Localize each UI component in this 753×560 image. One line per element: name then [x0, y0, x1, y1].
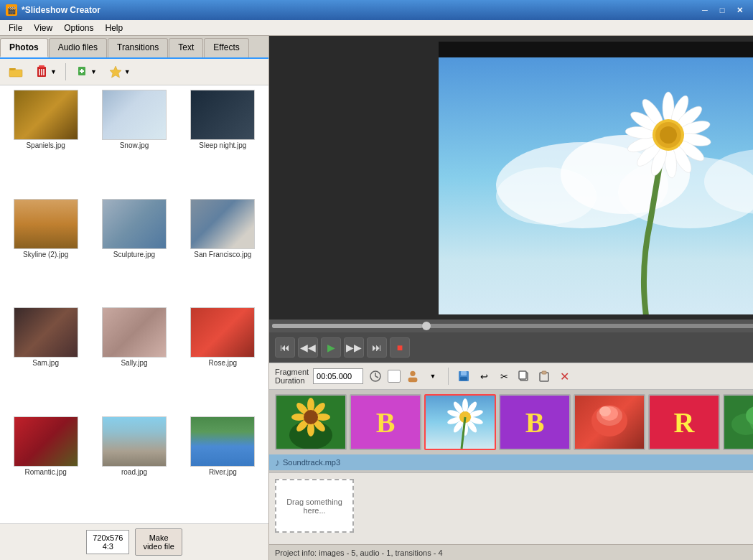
add-icon [75, 65, 89, 79]
maximize-button[interactable]: □ [714, 3, 730, 17]
list-item[interactable]: Sam.jpg [3, 306, 88, 412]
photo-thumb-road [102, 416, 167, 467]
svg-point-59 [462, 398, 468, 413]
add-dropdown[interactable]: ▼ [90, 68, 97, 75]
drag-area-container: Drag something here... [269, 472, 753, 544]
tab-effects[interactable]: Effects [204, 38, 248, 57]
list-item[interactable]: Sleep night.jpg [180, 88, 266, 195]
save-button[interactable] [456, 368, 472, 384]
svg-rect-1 [9, 70, 22, 77]
make-video-button[interactable]: Makevideo file [135, 528, 182, 556]
toolbar-separator [448, 368, 449, 385]
tab-transitions[interactable]: Transitions [108, 38, 168, 57]
star-button[interactable]: ▼ [104, 62, 135, 82]
tab-photos[interactable]: Photos [0, 38, 48, 57]
open-button[interactable] [4, 62, 27, 82]
timeline-item-nature[interactable] [723, 394, 753, 450]
step-back-button[interactable]: ◀◀ [298, 337, 318, 358]
preview-image [439, 42, 753, 314]
open-folder-icon [9, 65, 23, 79]
list-item[interactable]: road.jpg [91, 415, 177, 521]
timeline-item-sunflower[interactable] [275, 394, 347, 450]
star-dropdown[interactable]: ▼ [124, 68, 131, 75]
add-button[interactable]: ▼ [70, 62, 101, 82]
svg-point-74 [599, 406, 611, 416]
svg-point-33 [660, 126, 677, 144]
controls-bar: ⏮ ◀◀ ▶ ▶▶ ⏭ ■ 📷 ⛶ 7.0 s / 33.0 s [269, 332, 753, 363]
minimize-button[interactable]: ─ [697, 3, 713, 17]
photo-thumb-snow [102, 90, 167, 140]
list-item[interactable]: Rose.jpg [180, 306, 266, 412]
menu-file[interactable]: File [3, 22, 28, 34]
timeline-item-daisy[interactable] [424, 394, 496, 450]
timeline-item-letter-b2[interactable]: B [499, 394, 571, 450]
cut-button[interactable]: ✂ [496, 368, 512, 384]
photo-label: Sculpture.jpg [113, 251, 155, 258]
step-forward-button[interactable]: ▶▶ [344, 337, 364, 358]
resolution-selector[interactable]: 720x5764:3 [86, 530, 129, 554]
paste-button[interactable] [536, 368, 552, 384]
svg-rect-4 [39, 65, 45, 67]
person-dropdown[interactable]: ▼ [425, 368, 441, 384]
star-icon [108, 65, 123, 79]
timeline-item-rose[interactable] [574, 394, 645, 450]
seekbar-thumb[interactable] [422, 322, 431, 330]
delete-item-button[interactable]: ✕ [556, 368, 572, 384]
list-item[interactable]: Spaniels.jpg [3, 88, 88, 195]
timeline-thumb-daisy [426, 396, 495, 449]
sunflower-svg [276, 396, 345, 449]
list-item[interactable]: Sculpture.jpg [91, 197, 177, 304]
seekbar-track[interactable] [272, 324, 753, 328]
delete-dropdown[interactable]: ▼ [50, 68, 57, 75]
timeline-item-letter-r[interactable]: R [648, 394, 720, 450]
save-icon [457, 370, 470, 383]
checkbox-icon[interactable] [388, 370, 401, 383]
list-item[interactable]: Sally.jpg [91, 306, 177, 412]
main-container: Photos Audio files Transitions Text Effe… [0, 36, 753, 560]
fragment-duration-input[interactable] [313, 368, 363, 384]
fast-forward-button[interactable]: ⏭ [367, 337, 387, 358]
copy-icon [518, 370, 530, 383]
bottom-toolbar: FragmentDuration ▼ ↩ ✂ ✕ T [269, 363, 753, 390]
svg-point-16 [496, 167, 597, 225]
copy-button[interactable] [516, 368, 532, 384]
close-button[interactable]: ✕ [731, 3, 747, 17]
fragment-icon[interactable] [368, 368, 383, 384]
photo-label: Sam.jpg [32, 359, 59, 367]
fragment-label: FragmentDuration [275, 368, 309, 385]
photo-thumb-spaniels [14, 90, 78, 140]
tab-text[interactable]: Text [169, 38, 203, 57]
seekbar[interactable] [269, 319, 753, 332]
svg-rect-41 [460, 377, 467, 381]
photo-thumb-sf [190, 199, 255, 249]
list-item[interactable]: Snow.jpg [91, 88, 177, 195]
list-item[interactable]: Skyline (2).jpg [3, 197, 88, 304]
preview-canvas [439, 42, 753, 314]
tab-audio-files[interactable]: Audio files [49, 38, 107, 57]
audio-filename: Soundtrack.mp3 [283, 458, 340, 467]
person-icon[interactable] [405, 368, 421, 384]
menu-help[interactable]: Help [100, 22, 129, 34]
left-panel: Photos Audio files Transitions Text Effe… [0, 36, 269, 560]
photo-label: Romantic.jpg [24, 468, 66, 476]
undo-button[interactable]: ↩ [476, 368, 492, 384]
list-item[interactable]: River.jpg [180, 415, 266, 521]
menu-view[interactable]: View [28, 22, 58, 34]
timeline-scroll[interactable]: B [269, 390, 753, 454]
list-item[interactable]: San Francisco.jpg [180, 197, 266, 304]
play-button[interactable]: ▶ [321, 337, 341, 358]
photo-thumb-sally [102, 307, 167, 358]
menu-options[interactable]: Options [58, 22, 99, 34]
svg-point-57 [304, 410, 318, 424]
timeline-item-letter-b[interactable]: B [350, 394, 421, 450]
rewind-start-button[interactable]: ⏮ [275, 337, 295, 358]
delete-button[interactable]: ▼ [30, 62, 61, 82]
photo-label: River.jpg [209, 468, 237, 476]
status-bar: Project info: images - 5, audio - 1, tra… [269, 544, 753, 560]
photo-label: Skyline (2).jpg [23, 251, 68, 258]
stop-button[interactable]: ■ [390, 337, 410, 358]
drag-drop-area[interactable]: Drag something here... [275, 479, 354, 533]
audio-track: ♪ Soundtrack.mp3 [269, 454, 753, 470]
list-item[interactable]: Romantic.jpg [3, 415, 88, 521]
timeline-thumb-rose [575, 396, 644, 449]
